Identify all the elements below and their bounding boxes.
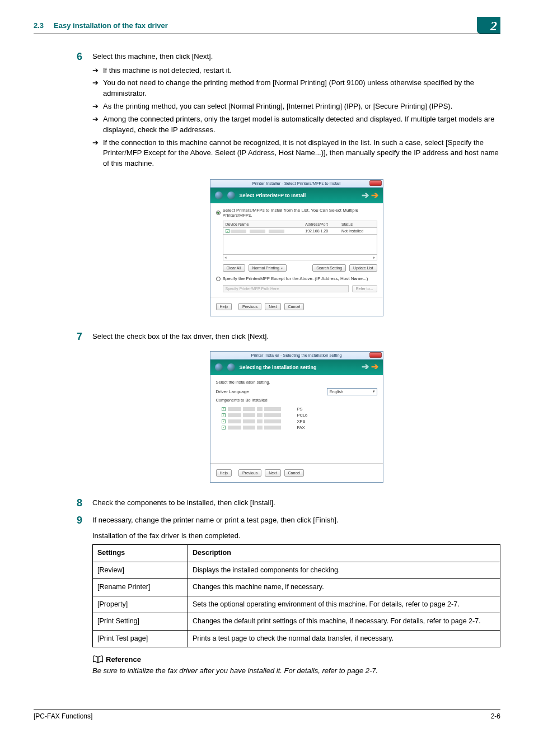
step-number-7: 7: [71, 331, 82, 343]
setting-desc: Changes the default print settings of th…: [188, 613, 500, 631]
footer-left: [PC-FAX Functions]: [34, 712, 92, 720]
step-9-extra: Installation of the fax driver is then c…: [92, 530, 500, 542]
update-list-button[interactable]: Update List: [349, 264, 377, 272]
driver-language-label: Driver Language: [216, 389, 249, 394]
step-6-sub-3: Among the connected printers, only the t…: [103, 114, 500, 136]
wizard-ball-current-icon: [227, 363, 235, 371]
components-label: Components to Be Installed: [216, 398, 377, 403]
table-row: [Print Setting]Changes the default print…: [93, 613, 500, 631]
wizard-ball-current-icon: [227, 192, 235, 199]
help-button[interactable]: Help: [216, 303, 232, 310]
next-button[interactable]: Next: [265, 469, 280, 477]
next-button[interactable]: Next: [265, 303, 280, 310]
table-row: [Review]Displays the installed component…: [93, 562, 500, 579]
table-row: [Property]Sets the optional operating en…: [93, 596, 500, 613]
component-checkbox[interactable]: [222, 419, 226, 423]
driver-language-select[interactable]: English: [327, 388, 377, 395]
arrow-icon: ➔: [92, 114, 99, 136]
step-7-text: Select the check box of the fax driver, …: [92, 332, 269, 340]
redacted-device-name: [269, 230, 284, 233]
cancel-button[interactable]: Cancel: [284, 469, 305, 477]
chapter-badge: 2: [477, 17, 500, 34]
dialog1-title: Printer Installer - Select Printers/MFPs…: [252, 181, 341, 186]
step-6-sub-2: As the printing method, you can select […: [103, 101, 452, 112]
table-row: [Rename Printer]Changes this machine nam…: [93, 579, 500, 596]
close-icon[interactable]: [369, 352, 382, 358]
previous-button[interactable]: Previous: [238, 469, 261, 477]
printer-list-empty: [223, 235, 377, 255]
wizard-ball-prev-icon: [215, 192, 223, 199]
table-row: [Print Test page]Prints a test page to c…: [93, 630, 500, 647]
radio-select-from-list[interactable]: [216, 211, 221, 215]
wizard-arrow-icon: ➔: [362, 363, 369, 371]
component-checkbox[interactable]: [222, 426, 226, 430]
footer-right: 2-6: [491, 712, 500, 720]
refer-to-button[interactable]: Refer to...: [352, 285, 377, 292]
radio-select-from-list-label: Select Printers/MFPs to Install from the…: [223, 208, 377, 218]
arrow-icon: ➔: [92, 78, 99, 99]
setting-name: [Review]: [93, 562, 188, 579]
section-title: Easy installation of the fax driver: [54, 21, 168, 30]
reference-book-icon: [92, 655, 104, 664]
setting-name: [Rename Printer]: [93, 579, 188, 596]
search-setting-button[interactable]: Search Setting: [312, 264, 346, 272]
step-6-text: Select this machine, then click [Next].: [92, 52, 213, 60]
step-number-9: 9: [71, 515, 82, 541]
wizard-arrow-icon: ➔: [362, 192, 369, 199]
component-checkbox[interactable]: [222, 413, 226, 417]
component-pcl6: PCL6: [297, 413, 308, 418]
redacted-device-name: [231, 230, 246, 233]
component-checkbox[interactable]: [222, 407, 226, 411]
component-xps: XPS: [297, 419, 306, 424]
setting-desc: Changes this machine name, if necessary.: [188, 579, 500, 596]
wizard-arrow-icon: ➔: [371, 363, 378, 371]
settings-col-2: Description: [188, 545, 500, 562]
reference-text: Be sure to initialize the fax driver aft…: [92, 666, 500, 676]
component-fax: FAX: [297, 425, 305, 430]
col-status: Status: [341, 222, 374, 226]
component-ps: PS: [297, 407, 303, 412]
step-number-6: 6: [71, 51, 82, 171]
close-icon[interactable]: [369, 180, 382, 186]
step-6-sub-4: If the connection to this machine cannot…: [103, 138, 500, 170]
page-header: 2.3 Easy installation of the fax driver …: [34, 17, 500, 34]
arrow-icon: ➔: [92, 101, 99, 112]
printer-list-row[interactable]: 192.168.1.20 Not Installed: [223, 228, 377, 235]
clear-all-button[interactable]: Clear All: [223, 264, 245, 272]
col-device-name: Device Name: [226, 222, 306, 226]
setting-name: [Print Test page]: [93, 630, 188, 647]
reference-heading: Reference: [106, 655, 141, 664]
step-number-8: 8: [71, 497, 82, 510]
printer-row-address: 192.168.1.20: [305, 229, 341, 233]
arrow-icon: ➔: [92, 66, 99, 76]
printing-method-combo[interactable]: Normal Printing: [249, 264, 287, 272]
scrollbar[interactable]: ◂▸: [223, 255, 377, 260]
step-9-text: If necessary, change the printer name or…: [92, 515, 500, 526]
section-number: 2.3: [34, 21, 44, 30]
arrow-icon: ➔: [92, 138, 99, 170]
wizard-arrow-icon: ➔: [371, 192, 378, 199]
dialog1-banner: Select Printer/MFP to Install: [240, 193, 306, 198]
radio-specify-printer[interactable]: [216, 277, 221, 281]
settings-table: Settings Description [Review]Displays th…: [92, 544, 500, 647]
specify-path-input[interactable]: Specify Printer/MFP Path Here: [223, 285, 349, 292]
setting-name: [Property]: [93, 596, 188, 613]
page-footer: [PC-FAX Functions] 2-6: [34, 710, 500, 720]
help-button[interactable]: Help: [216, 469, 232, 477]
radio-specify-printer-label: Specify the Printer/MFP Except for the A…: [223, 276, 368, 281]
setting-desc: Displays the installed components for ch…: [188, 562, 500, 579]
settings-col-1: Settings: [93, 545, 188, 562]
dialog2-banner: Selecting the installation setting: [240, 365, 317, 370]
select-setting-label: Select the installation setting.: [216, 380, 377, 385]
dialog-select-printer: Printer Installer - Select Printers/MFPs…: [210, 179, 383, 316]
printer-row-status: Not Installed: [341, 229, 374, 233]
setting-name: [Print Setting]: [93, 613, 188, 631]
setting-desc: Sets the optional operating environment …: [188, 596, 500, 613]
cancel-button[interactable]: Cancel: [284, 303, 305, 310]
previous-button[interactable]: Previous: [238, 303, 261, 310]
dialog-install-setting: Printer Installer - Selecting the instal…: [210, 351, 383, 483]
step-6-sub-1: You do not need to change the printing m…: [103, 78, 500, 99]
col-address-port: Address/Port: [305, 222, 341, 226]
printer-row-checkbox[interactable]: [226, 229, 229, 233]
wizard-ball-prev-icon: [215, 363, 223, 371]
